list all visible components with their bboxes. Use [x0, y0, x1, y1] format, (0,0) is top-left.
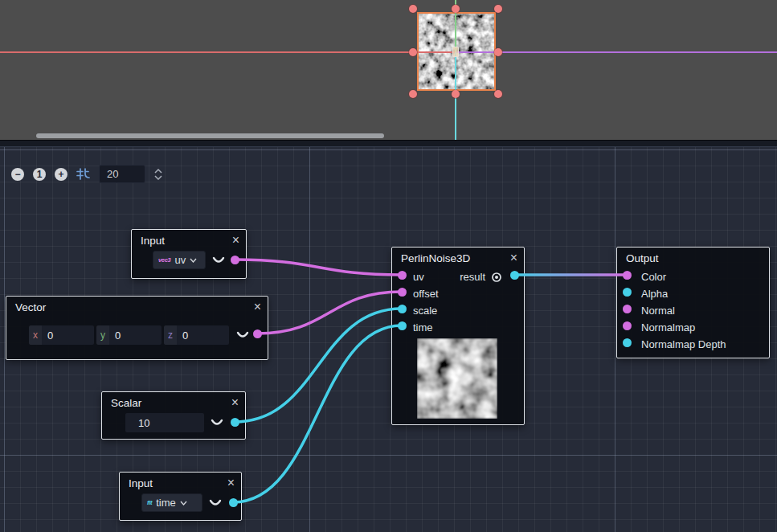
graph-toolbar: − 1 + 20 [11, 165, 162, 183]
port-output-alpha[interactable] [623, 288, 632, 297]
wire-offset [257, 292, 402, 334]
move-gizmo[interactable] [452, 47, 459, 57]
chevron-down-icon [190, 258, 197, 263]
close-icon[interactable]: × [254, 301, 261, 313]
chevron-down-icon[interactable] [154, 175, 162, 180]
port-label-scale: scale [413, 305, 437, 317]
selection-handle[interactable] [452, 5, 460, 13]
port-output-color[interactable] [623, 271, 632, 280]
preview-toggle-icon[interactable] [236, 331, 249, 339]
node-title: Scalar [111, 397, 141, 409]
vector-z-field[interactable]: z 0 [164, 325, 229, 345]
selection-handle[interactable] [409, 48, 417, 56]
x-axis-label: x [29, 325, 42, 345]
close-icon[interactable]: × [510, 252, 517, 264]
dropdown-value: uv [175, 254, 186, 266]
port-label-uv: uv [413, 271, 424, 283]
port-output-normal[interactable] [623, 305, 632, 313]
port-label-alpha: Alpha [641, 288, 668, 300]
z-value: 0 [177, 329, 188, 342]
port-input-uv-output[interactable] [231, 256, 239, 264]
input-source-dropdown[interactable]: flt time [141, 493, 202, 512]
selection-handle[interactable] [494, 5, 502, 13]
port-perlin-scale[interactable] [398, 305, 407, 313]
horizontal-scrollbar[interactable] [36, 133, 384, 138]
node-output[interactable]: Output Color Alpha Normal Normalmap Norm… [616, 247, 770, 358]
zoom-in-button[interactable]: + [55, 168, 67, 181]
vector-x-field[interactable]: x 0 [29, 325, 94, 345]
scene-viewport[interactable] [0, 0, 777, 140]
selection-handle[interactable] [494, 90, 502, 98]
snap-step-input[interactable]: 20 [99, 165, 145, 183]
vec3-type-icon: vec3 [158, 256, 171, 264]
noise-preview [417, 338, 497, 419]
port-label-normalmap: Normalmap [641, 321, 695, 334]
node-perlin-noise-3d[interactable]: PerlinNoise3D × uv result offset scale [391, 247, 525, 425]
port-perlin-offset[interactable] [398, 288, 407, 297]
selection-handle[interactable] [494, 48, 502, 56]
preview-toggle-icon[interactable] [212, 256, 225, 264]
visual-shader-editor: Input × vec3 uv Vector × x 0 [0, 0, 777, 532]
port-label-offset: offset [413, 288, 439, 300]
chevron-up-icon[interactable] [154, 169, 162, 174]
port-label-normal: Normal [641, 305, 675, 317]
port-perlin-uv[interactable] [398, 271, 407, 280]
node-title: PerlinNoise3D [401, 252, 470, 264]
node-title: Input [129, 477, 153, 489]
port-label-color: Color [641, 271, 666, 283]
axis-x-positive [456, 51, 777, 53]
dropdown-value: time [156, 497, 176, 509]
z-axis-label: z [164, 325, 177, 345]
node-input-uv[interactable]: Input × vec3 uv [131, 229, 247, 279]
axis-x-negative [0, 51, 456, 53]
x-value: 0 [42, 329, 53, 342]
shader-graph-canvas[interactable]: Input × vec3 uv Vector × x 0 [0, 147, 777, 532]
scalar-value: 10 [125, 417, 149, 429]
input-source-dropdown[interactable]: vec3 uv [153, 251, 206, 269]
snap-grid-icon[interactable] [76, 167, 90, 181]
snap-step-spinner[interactable] [154, 169, 162, 180]
port-preview-eye-icon[interactable] [491, 272, 502, 283]
close-icon[interactable]: × [231, 396, 239, 409]
port-label-result: result [460, 271, 485, 283]
node-vector[interactable]: Vector × x 0 y 0 z 0 [6, 296, 268, 360]
port-vector-output[interactable] [253, 329, 262, 338]
close-icon[interactable]: × [227, 477, 235, 489]
node-title: Output [626, 252, 659, 264]
port-output-normalmap[interactable] [623, 321, 632, 330]
scalar-value-field[interactable]: 10 [125, 413, 204, 432]
float-type-icon: flt [147, 499, 152, 506]
y-value: 0 [109, 329, 121, 342]
selection-handle[interactable] [409, 90, 417, 98]
y-axis-label: y [96, 325, 109, 345]
port-perlin-time[interactable] [398, 321, 407, 330]
port-label-time: time [413, 321, 433, 334]
node-title: Input [141, 235, 165, 247]
port-scalar-output[interactable] [231, 418, 239, 427]
port-perlin-result[interactable] [510, 271, 519, 280]
zoom-reset-button[interactable]: 1 [33, 168, 46, 181]
node-title: Vector [15, 301, 46, 313]
port-label-normalmap-depth: Normalmap Depth [641, 338, 726, 350]
selection-handle[interactable] [409, 5, 417, 13]
chevron-down-icon [180, 501, 187, 505]
node-input-time[interactable]: Input × flt time [119, 472, 242, 521]
selection-handle[interactable] [452, 90, 460, 98]
wire-uv [235, 260, 402, 275]
preview-toggle-icon[interactable] [211, 419, 223, 427]
zoom-out-button[interactable]: − [11, 168, 24, 181]
panel-splitter[interactable] [0, 140, 777, 147]
vector-y-field[interactable]: y 0 [96, 325, 162, 345]
port-input-time-output[interactable] [229, 498, 238, 507]
close-icon[interactable]: × [232, 234, 239, 247]
node-scalar[interactable]: Scalar × 10 [101, 391, 246, 440]
preview-toggle-icon[interactable] [209, 499, 222, 507]
port-output-normalmap-depth[interactable] [623, 338, 632, 347]
